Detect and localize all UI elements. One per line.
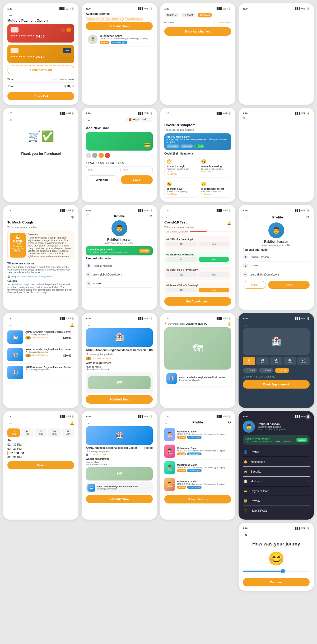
schedule-now-2-btn[interactable]: Schedule Now: [86, 495, 153, 503]
continue-btn[interactable]: Continue: [243, 578, 310, 586]
time-1000[interactable]: 10:00AM: [165, 13, 179, 17]
call-btn[interactable]: 📞 Call: [194, 144, 204, 148]
profile-edit-screen: 1:20 ▊▊▊ WiFi 🔋 ← Profile ⚙ 👨 Rakibull h…: [239, 205, 314, 310]
cam-t1[interactable]: 10:00AM: [243, 368, 257, 373]
q4-no[interactable]: No: [166, 288, 197, 292]
schedule-now-btn[interactable]: Schedule Now: [86, 395, 153, 404]
current-location-bar: 📍 Current location Swansons Nursery 🔔: [164, 322, 231, 326]
dp-date-26[interactable]: 26Sun: [48, 428, 60, 437]
q1-no[interactable]: No: [166, 242, 197, 246]
save-card-button[interactable]: Save: [121, 175, 153, 184]
start-label: Start: [7, 439, 74, 442]
welcome-button[interactable]: Welcome: [86, 175, 119, 184]
back-button[interactable]: ←: [7, 12, 14, 18]
menu-help[interactable]: ❓ Help & FAQs ›: [243, 506, 310, 515]
q1-yes[interactable]: Yes: [199, 242, 229, 246]
hospital-item-2: 🏥 AHMC Anaheim Regional Medical Center 📍…: [7, 348, 74, 364]
menu-profile[interactable]: 👤 Profile ›: [243, 447, 310, 457]
status-bar-ty: 1:20 ▊▊▊ WiFi 🔋: [7, 112, 74, 115]
time-1230[interactable]: 12:30 AM: [198, 13, 212, 17]
overview-title: Overview: [28, 233, 72, 236]
hospital-card-small: 🏥 AHMC Anaheim Regional Medical Center S…: [86, 482, 153, 493]
time-value: 23 . Thu - 10:30PM: [54, 78, 74, 81]
q4-yes[interactable]: Yes: [199, 288, 229, 292]
back-cough[interactable]: ←: [7, 214, 14, 220]
back-anc[interactable]: ←: [86, 117, 92, 124]
gear-icon-pe[interactable]: ⚙: [306, 215, 310, 219]
date-23[interactable]: 23 Thu: [243, 357, 255, 365]
q1: 01 Difficulty Breathing? No Yes: [164, 236, 231, 250]
done-btn[interactable]: Done: [7, 461, 74, 469]
h2-price: $10,00: [63, 354, 72, 357]
save-btn[interactable]: Save: [268, 281, 310, 289]
gear-icon[interactable]: ⚙: [149, 214, 153, 218]
dp-date-23[interactable]: 23 Thu: [7, 428, 20, 437]
close-menu-btn[interactable]: ✕: [305, 414, 311, 419]
menu-history[interactable]: 📋 History ›: [243, 477, 310, 486]
cam-t2[interactable]: 11:00AM: [259, 368, 273, 373]
total-value: $10,00: [64, 84, 74, 88]
hospital-thumb-3: 🏥: [7, 366, 23, 379]
book-appointment-button[interactable]: Book Appointment: [164, 27, 231, 36]
apple-card-selector[interactable]: 🍎 Apple card ⌄: [125, 117, 153, 122]
journey-slider[interactable]: [243, 571, 310, 572]
menu-overlay-screen: 1:20 ▊▊▊ WiFi 🔋 ✕ 👨 Rakibull hassan Suna…: [239, 411, 314, 520]
time-1100[interactable]: 11:00AM: [181, 13, 195, 17]
new-card-preview: 💳: [86, 132, 153, 151]
status-icons: ▊▊▊ WiFi 🔋: [59, 7, 74, 10]
h1-price: $10,00: [63, 337, 72, 339]
request-appointment[interactable]: 🏥 Request an Appointment at mayo clinic: [7, 275, 74, 278]
get-appointment-btn[interactable]: Get Appointment: [164, 297, 231, 306]
status-bar-2: 1:20 ▊▊▊ WiFi 🔋: [86, 7, 153, 10]
hamburger-pd[interactable]: ☰: [164, 420, 168, 424]
date-24[interactable]: 24 Fri: [256, 357, 269, 365]
q2-yes[interactable]: Yes: [199, 257, 229, 262]
h1-name: AHMC Anaheim Regional Medical Center: [25, 330, 71, 333]
cam-t3[interactable]: 12:30 AM: [275, 368, 289, 373]
date-field[interactable]: Date: [86, 167, 118, 173]
back-hd2[interactable]: ←: [86, 420, 92, 426]
cam-book-btn[interactable]: Book Appointment: [243, 380, 310, 389]
back-ty[interactable]: ✕: [7, 117, 14, 123]
back-hd[interactable]: ←: [86, 322, 92, 328]
back-journey[interactable]: ✕: [243, 532, 249, 538]
back-dp[interactable]: ←: [7, 420, 14, 426]
update-btn[interactable]: Update: [139, 249, 150, 253]
q3-no[interactable]: No: [166, 272, 197, 277]
back-cam[interactable]: ←: [243, 322, 249, 328]
back-pe[interactable]: ←: [243, 214, 249, 220]
schedule-doctors-btn[interactable]: Schedule Now: [164, 495, 231, 503]
status-time: 1:20: [7, 7, 12, 10]
menu-notification[interactable]: 🔔 Notification ›: [243, 457, 310, 467]
cancel-btn[interactable]: cancel: [243, 281, 266, 289]
checkout-button[interactable]: Check Out: [7, 92, 74, 100]
quick-alert-btn[interactable]: quick alert: [180, 144, 193, 148]
date-27[interactable]: 27 Mon: [297, 357, 310, 365]
date-25[interactable]: 25 Sat: [270, 357, 282, 365]
hamburger-icon[interactable]: ☰: [86, 214, 89, 218]
q2-no[interactable]: No: [166, 257, 197, 262]
cvv-field[interactable]: CVV: [120, 167, 153, 173]
date-26[interactable]: 26 Sun: [283, 357, 296, 365]
back-cs[interactable]: ←: [164, 117, 171, 123]
gear-pd[interactable]: ⚙: [228, 420, 231, 424]
password-row: 🔒 •••••••••: [86, 279, 153, 288]
profile-avatar: 👨: [111, 220, 127, 236]
schedule-now-button[interactable]: Schedule Now: [86, 22, 153, 30]
add-new-card-button[interactable]: + Add New Card: [7, 65, 74, 74]
hospital-map-card: 🏥 AHMC Anaheim Regional Medical Center S…: [164, 371, 231, 386]
dp-date-27[interactable]: 27Mon: [62, 428, 74, 437]
menu-security[interactable]: 🔒 Security ›: [243, 467, 310, 477]
pe-password-row: 🔒 •••••••••: [243, 262, 310, 270]
q3-yes[interactable]: Yes: [199, 272, 229, 277]
back-ct[interactable]: ←: [164, 214, 171, 220]
menu-update-btn[interactable]: Update: [296, 438, 307, 442]
menu-payment-card[interactable]: 💳 Payment Card ›: [243, 486, 310, 496]
safe-zone-btn[interactable]: Safe Zone: [166, 144, 179, 148]
doctor-2: 👩‍⚕️ Muhammad Salim MBBS, FCPS : Dermato…: [164, 443, 231, 460]
dp-date-24[interactable]: 24Fri: [21, 428, 33, 437]
menu-privacy[interactable]: 🔐 Privacy ›: [243, 496, 310, 506]
back-hl[interactable]: ←: [7, 322, 14, 328]
q3: 03 Chest Pain Or Pressure? No Yes: [164, 267, 231, 280]
dp-date-25[interactable]: 25Sat: [35, 428, 47, 437]
